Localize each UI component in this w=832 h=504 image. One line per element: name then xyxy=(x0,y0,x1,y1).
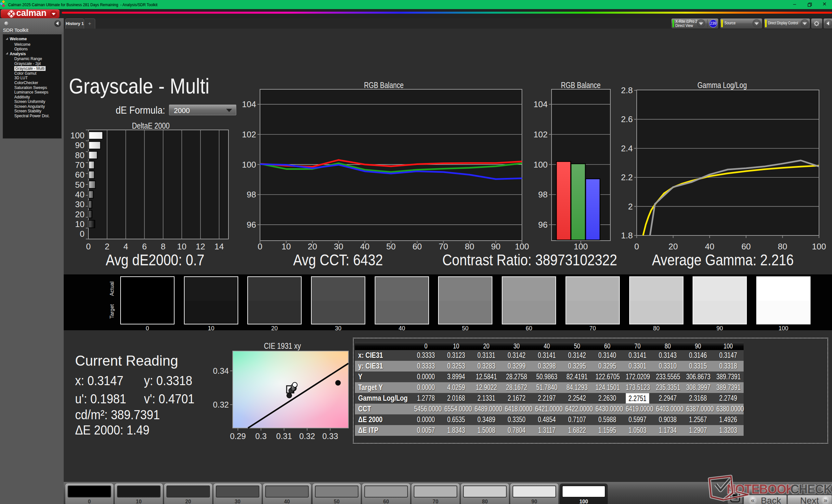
svg-text:50: 50 xyxy=(386,242,396,251)
svg-text:RGB Balance: RGB Balance xyxy=(364,81,404,90)
svg-text:90: 90 xyxy=(75,140,84,150)
svg-text:80: 80 xyxy=(465,242,474,251)
svg-text:104: 104 xyxy=(534,100,548,109)
svg-text:20: 20 xyxy=(308,242,317,251)
svg-text:0: 0 xyxy=(86,242,91,251)
svg-text:8: 8 xyxy=(161,242,165,251)
svg-text:96: 96 xyxy=(538,220,548,230)
svg-text:4: 4 xyxy=(124,242,128,251)
svg-text:102: 102 xyxy=(534,130,548,139)
svg-text:60: 60 xyxy=(412,242,422,251)
svg-text:0.31: 0.31 xyxy=(276,431,292,441)
svg-text:104: 104 xyxy=(242,100,256,109)
svg-text:2.4: 2.4 xyxy=(621,143,633,153)
svg-text:40: 40 xyxy=(705,242,714,251)
svg-text:80: 80 xyxy=(778,242,787,251)
svg-text:10: 10 xyxy=(282,242,291,251)
svg-text:0.34: 0.34 xyxy=(213,366,229,375)
svg-text:1.8: 1.8 xyxy=(621,230,633,240)
svg-text:NOTEBOOK: NOTEBOOK xyxy=(727,482,795,496)
svg-text:0.3: 0.3 xyxy=(256,431,267,441)
svg-text:60: 60 xyxy=(741,242,751,251)
svg-text:6: 6 xyxy=(142,242,147,251)
svg-text:98: 98 xyxy=(247,190,256,199)
svg-text:2.8: 2.8 xyxy=(621,85,633,95)
svg-text:30: 30 xyxy=(334,242,343,251)
svg-text:CIE 1931 xy: CIE 1931 xy xyxy=(264,341,301,351)
svg-text:50: 50 xyxy=(75,180,84,190)
svg-text:10: 10 xyxy=(177,242,186,251)
svg-text:60: 60 xyxy=(75,170,84,179)
svg-text:70: 70 xyxy=(75,160,84,170)
svg-text:40: 40 xyxy=(75,190,84,199)
svg-text:100: 100 xyxy=(812,242,826,251)
svg-text:100: 100 xyxy=(534,160,548,169)
svg-text:40: 40 xyxy=(360,242,369,251)
svg-text:2: 2 xyxy=(105,242,109,251)
svg-text:CHECK: CHECK xyxy=(790,482,832,496)
svg-text:2.2: 2.2 xyxy=(621,172,633,182)
svg-text:0: 0 xyxy=(634,242,639,251)
svg-text:2: 2 xyxy=(628,202,633,212)
svg-text:0.32: 0.32 xyxy=(213,400,229,409)
svg-text:100: 100 xyxy=(515,242,529,251)
svg-text:20: 20 xyxy=(669,242,678,251)
svg-text:RGB Balance: RGB Balance xyxy=(561,81,601,90)
svg-text:Gamma Log/Log: Gamma Log/Log xyxy=(698,81,747,90)
svg-text:100: 100 xyxy=(71,131,84,140)
svg-text:0: 0 xyxy=(80,229,84,239)
svg-text:DeltaE 2000: DeltaE 2000 xyxy=(132,121,170,130)
svg-text:12: 12 xyxy=(196,242,205,251)
svg-text:2.6: 2.6 xyxy=(621,114,633,124)
svg-text:0.32: 0.32 xyxy=(299,431,315,441)
svg-text:0.29: 0.29 xyxy=(230,431,246,441)
svg-text:96: 96 xyxy=(247,220,256,230)
svg-text:20: 20 xyxy=(75,209,84,219)
svg-text:0.33: 0.33 xyxy=(322,431,338,441)
svg-text:0: 0 xyxy=(258,242,262,251)
svg-text:90: 90 xyxy=(491,242,500,251)
svg-text:30: 30 xyxy=(75,199,84,209)
svg-text:14: 14 xyxy=(214,242,224,251)
svg-text:70: 70 xyxy=(439,242,448,251)
svg-text:98: 98 xyxy=(538,190,548,199)
svg-text:102: 102 xyxy=(242,130,256,139)
svg-text:80: 80 xyxy=(75,150,84,160)
svg-text:100: 100 xyxy=(242,160,256,169)
svg-text:10: 10 xyxy=(75,219,84,229)
